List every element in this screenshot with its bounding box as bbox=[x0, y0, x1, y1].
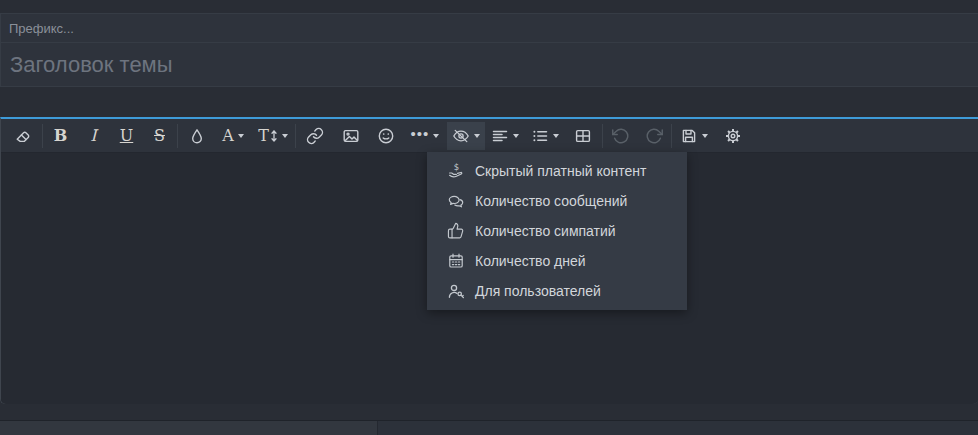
editor-toolbar: B I U S A T bbox=[1, 119, 978, 153]
toolbar-separator bbox=[42, 124, 43, 148]
size-glyph: T bbox=[258, 128, 269, 144]
list-button[interactable] bbox=[525, 122, 565, 150]
insert-image-button[interactable] bbox=[333, 122, 369, 150]
menu-item-message-count[interactable]: Количество сообщений bbox=[427, 186, 687, 216]
link-icon bbox=[306, 127, 324, 145]
toolbar-separator bbox=[295, 124, 296, 148]
chevron-down-icon bbox=[553, 134, 559, 138]
table-icon bbox=[574, 127, 592, 145]
bottom-panel-left bbox=[0, 421, 377, 435]
hidden-content-button[interactable] bbox=[447, 122, 485, 150]
ellipsis-icon: ••• bbox=[411, 126, 430, 145]
redo-button[interactable] bbox=[637, 122, 670, 150]
hand-holding-dollar-icon: $ bbox=[447, 162, 465, 180]
vertical-arrows-icon bbox=[270, 128, 278, 144]
floppy-icon bbox=[680, 127, 698, 145]
align-left-icon bbox=[491, 127, 509, 145]
comments-icon bbox=[447, 192, 465, 210]
underline-button[interactable]: U bbox=[110, 122, 143, 150]
menu-item-label: Скрытый платный контент bbox=[475, 163, 646, 179]
italic-glyph: I bbox=[90, 128, 96, 144]
chevron-down-icon bbox=[474, 134, 480, 138]
eye-slash-icon bbox=[452, 127, 470, 145]
list-icon bbox=[531, 127, 549, 145]
toolbar-separator bbox=[671, 124, 672, 148]
menu-item-for-users[interactable]: Для пользователей bbox=[427, 276, 687, 306]
title-input[interactable] bbox=[0, 43, 978, 87]
thread-create-editor: B I U S A T bbox=[0, 0, 978, 435]
hidden-content-menu: $ Скрытый платный контент Количество соо… bbox=[427, 152, 687, 310]
chevron-down-icon bbox=[238, 134, 244, 138]
insert-table-button[interactable] bbox=[565, 122, 601, 150]
underline-glyph: U bbox=[120, 128, 133, 144]
emoji-button[interactable] bbox=[369, 122, 403, 150]
droplet-icon bbox=[188, 127, 206, 145]
font-glyph: A bbox=[222, 128, 234, 144]
menu-item-label: Количество симпатий bbox=[475, 223, 616, 239]
menu-item-label: Количество сообщений bbox=[475, 193, 627, 209]
settings-button[interactable] bbox=[715, 122, 751, 150]
chevron-down-icon bbox=[433, 134, 439, 138]
toolbar-separator bbox=[177, 124, 178, 148]
redo-icon bbox=[645, 127, 663, 145]
font-size-button[interactable]: T bbox=[252, 122, 294, 150]
more-options-button[interactable]: ••• bbox=[403, 122, 447, 150]
bottom-panel-right bbox=[378, 421, 978, 435]
menu-item-like-count[interactable]: Количество симпатий bbox=[427, 216, 687, 246]
italic-button[interactable]: I bbox=[77, 122, 110, 150]
undo-icon bbox=[612, 127, 630, 145]
thumbs-up-icon bbox=[447, 222, 465, 240]
svg-text:$: $ bbox=[454, 162, 459, 172]
bold-button[interactable]: B bbox=[44, 122, 77, 150]
menu-item-label: Количество дней bbox=[475, 253, 586, 269]
strikethrough-button[interactable]: S bbox=[143, 122, 176, 150]
calendar-icon bbox=[447, 252, 465, 270]
smiley-icon bbox=[377, 127, 395, 145]
toolbar-separator bbox=[602, 124, 603, 148]
menu-item-hidden-paid-content[interactable]: $ Скрытый платный контент bbox=[427, 156, 687, 186]
insert-link-button[interactable] bbox=[297, 122, 333, 150]
remove-formatting-button[interactable] bbox=[5, 122, 41, 150]
bold-glyph: B bbox=[54, 128, 68, 144]
text-color-button[interactable] bbox=[179, 122, 214, 150]
prefix-input[interactable] bbox=[0, 13, 978, 43]
chevron-down-icon bbox=[702, 134, 708, 138]
gear-icon bbox=[724, 127, 742, 145]
alignment-button[interactable] bbox=[485, 122, 525, 150]
menu-item-day-count[interactable]: Количество дней bbox=[427, 246, 687, 276]
drafts-button[interactable] bbox=[673, 122, 715, 150]
font-family-button[interactable]: A bbox=[214, 122, 252, 150]
strikethrough-glyph: S bbox=[154, 128, 165, 144]
user-key-icon bbox=[447, 282, 465, 300]
menu-item-label: Для пользователей bbox=[475, 283, 601, 299]
undo-button[interactable] bbox=[604, 122, 637, 150]
eraser-icon bbox=[14, 127, 32, 145]
image-icon bbox=[342, 127, 360, 145]
chevron-down-icon bbox=[513, 134, 519, 138]
chevron-down-icon bbox=[282, 134, 288, 138]
